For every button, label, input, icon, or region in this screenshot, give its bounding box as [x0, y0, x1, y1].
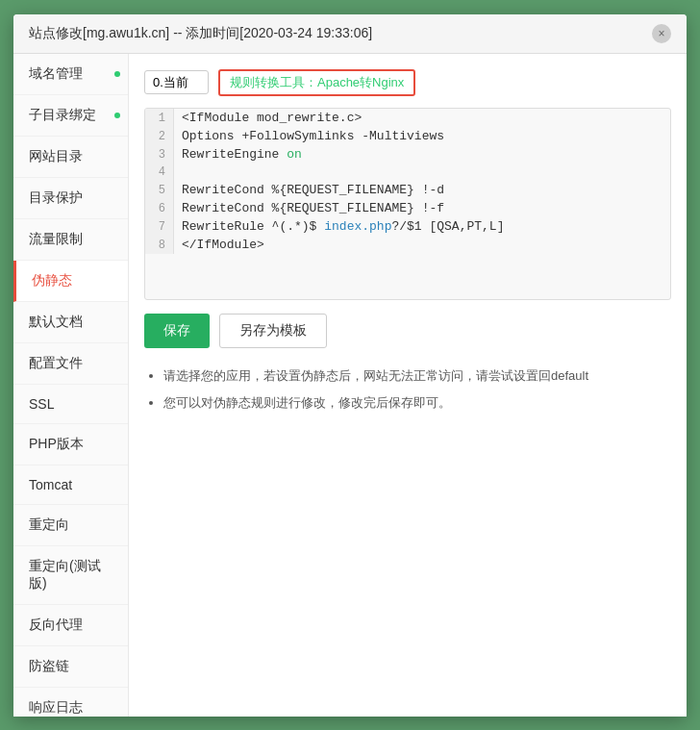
line-text: RewriteRule ^(.*)$ index.php?/$1 [QSA,PT… [174, 217, 670, 236]
modal: 站点修改[mg.awu1k.cn] -- 添加时间[2020-03-24 19:… [13, 14, 687, 717]
line-text [174, 164, 670, 181]
line-number: 6 [145, 199, 174, 217]
line-number: 3 [145, 145, 174, 164]
modal-title: 站点修改[mg.awu1k.cn] -- 添加时间[2020-03-24 19:… [29, 25, 372, 42]
line-number: 1 [145, 109, 174, 127]
line-number: 8 [145, 236, 174, 254]
select-wrapper: 0.当前 [144, 70, 209, 94]
note-item: 您可以对伪静态规则进行修改，修改完后保存即可。 [163, 390, 671, 415]
sidebar-item-hotlink[interactable]: 防盗链 [13, 646, 128, 688]
sidebar-item-configfile[interactable]: 配置文件 [13, 343, 128, 385]
line-text: RewriteCond %{REQUEST_FILENAME} !-f [174, 199, 670, 217]
line-text: </IfModule> [174, 236, 670, 254]
sidebar-item-reverseproxy[interactable]: 反向代理 [13, 605, 128, 646]
sidebar-item-defaultdoc[interactable]: 默认文档 [13, 302, 128, 343]
line-number: 7 [145, 217, 174, 236]
sidebar: 域名管理子目录绑定网站目录目录保护流量限制伪静态默认文档配置文件SSLPHP版本… [13, 54, 129, 717]
code-line: 7RewriteRule ^(.*)$ index.php?/$1 [QSA,P… [145, 217, 670, 236]
code-line: 6RewriteCond %{REQUEST_FILENAME} !-f [145, 199, 670, 217]
sidebar-item-tomcat[interactable]: Tomcat [13, 466, 128, 505]
line-text: Options +FollowSymlinks -Multiviews [174, 127, 670, 145]
sidebar-item-ssl[interactable]: SSL [13, 385, 128, 424]
sidebar-item-pseudostatic[interactable]: 伪静态 [13, 261, 128, 302]
note-item: 请选择您的应用，若设置伪静态后，网站无法正常访问，请尝试设置回default [163, 364, 671, 389]
modal-body: 域名管理子目录绑定网站目录目录保护流量限制伪静态默认文档配置文件SSLPHP版本… [13, 54, 687, 717]
sidebar-item-subdomain[interactable]: 子目录绑定 [13, 95, 128, 137]
line-text: <IfModule mod_rewrite.c> [174, 109, 670, 127]
line-number: 5 [145, 181, 174, 199]
code-line: 3RewriteEngine on [145, 145, 670, 164]
main-content: 0.当前 规则转换工具：Apache转Nginx 1<IfModule mod_… [129, 54, 687, 717]
code-editor[interactable]: 1<IfModule mod_rewrite.c>2Options +Follo… [144, 108, 671, 300]
code-line: 8</IfModule> [145, 236, 670, 254]
toolbar: 0.当前 规则转换工具：Apache转Nginx [144, 69, 671, 96]
save-button[interactable]: 保存 [144, 314, 210, 348]
sidebar-item-webroot[interactable]: 网站目录 [13, 137, 128, 178]
sidebar-item-redirect[interactable]: 重定向 [13, 505, 128, 546]
notes-list: 请选择您的应用，若设置伪静态后，网站无法正常访问，请尝试设置回default您可… [144, 364, 671, 415]
sidebar-item-phpver[interactable]: PHP版本 [13, 424, 128, 466]
sidebar-item-flowlimit[interactable]: 流量限制 [13, 219, 128, 261]
action-buttons: 保存 另存为模板 [144, 314, 671, 348]
status-dot [114, 113, 120, 118]
sidebar-item-accesslog[interactable]: 响应日志 [13, 688, 128, 717]
rule-convert-link[interactable]: 规则转换工具：Apache转Nginx [218, 69, 415, 96]
line-text: RewriteEngine on [174, 145, 670, 164]
code-line: 5RewriteCond %{REQUEST_FILENAME} !-d [145, 181, 670, 199]
code-line: 2Options +FollowSymlinks -Multiviews [145, 127, 670, 145]
modal-overlay: 站点修改[mg.awu1k.cn] -- 添加时间[2020-03-24 19:… [0, 0, 700, 730]
line-text: RewriteCond %{REQUEST_FILENAME} !-d [174, 181, 670, 199]
close-button[interactable]: × [652, 24, 671, 43]
modal-header: 站点修改[mg.awu1k.cn] -- 添加时间[2020-03-24 19:… [13, 14, 687, 54]
code-line: 1<IfModule mod_rewrite.c> [145, 109, 670, 127]
sidebar-item-dirprotect[interactable]: 目录保护 [13, 178, 128, 219]
code-lines: 1<IfModule mod_rewrite.c>2Options +Follo… [145, 109, 670, 254]
preset-select[interactable]: 0.当前 [144, 70, 209, 94]
save-as-button[interactable]: 另存为模板 [219, 314, 327, 348]
status-dot [114, 71, 120, 77]
line-number: 2 [145, 127, 174, 145]
sidebar-item-domain[interactable]: 域名管理 [13, 54, 128, 95]
line-number: 4 [145, 164, 174, 181]
code-line: 4 [145, 164, 670, 181]
sidebar-item-redirecttest[interactable]: 重定向(测试版) [13, 546, 128, 605]
